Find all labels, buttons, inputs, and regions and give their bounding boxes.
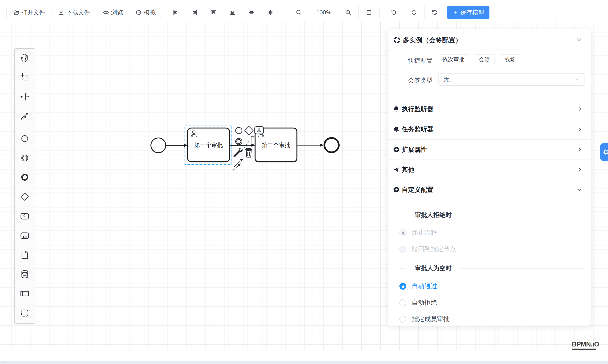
- save-model-label: 保存模型: [461, 8, 484, 16]
- toolbar-zoom-group: 100%: [288, 6, 380, 19]
- palette-end-event[interactable]: [19, 171, 31, 183]
- radio-auto-pass[interactable]: 自动通过: [399, 282, 437, 290]
- palette-global-connect-tool[interactable]: [19, 110, 31, 122]
- open-file-button[interactable]: 打开文件: [7, 6, 52, 19]
- sequence-flow-3[interactable]: [297, 144, 324, 147]
- radio-button[interactable]: [399, 299, 406, 306]
- radio-button[interactable]: [399, 316, 406, 323]
- toolbar-history-group: [383, 6, 445, 19]
- distribute-horizontal-button[interactable]: [242, 6, 261, 19]
- accordion-task-listener[interactable]: 任务监听器: [388, 119, 591, 139]
- chevron-right-icon: [577, 106, 582, 112]
- bpmn-io-watermark[interactable]: BPMN.iO: [572, 340, 599, 350]
- palette-lasso-tool[interactable]: [19, 71, 31, 83]
- panel-title: 多实例（会签配置）: [403, 36, 462, 45]
- palette-gateway[interactable]: [19, 191, 31, 203]
- task-2-label: 第二个审批: [262, 142, 290, 148]
- panel-header[interactable]: 多实例（会签配置）: [394, 34, 462, 46]
- align-left-button[interactable]: [166, 6, 185, 19]
- sequence-flow-1[interactable]: [166, 144, 188, 147]
- align-top-button[interactable]: [204, 6, 223, 19]
- palette-intermediate-event[interactable]: [19, 152, 31, 164]
- palette-start-event[interactable]: [19, 133, 31, 144]
- divider: [460, 215, 585, 215]
- simulate-button[interactable]: 模拟: [129, 6, 162, 19]
- zoom-out-icon: [296, 9, 302, 16]
- sign-type-select[interactable]: 无: [438, 73, 585, 86]
- radio-button[interactable]: [399, 246, 406, 253]
- append-user-task-icon[interactable]: [255, 127, 264, 134]
- fit-viewport-button[interactable]: [359, 6, 379, 19]
- distribute-vertical-button[interactable]: [261, 6, 280, 19]
- horizontal-scrollbar-track[interactable]: [0, 361, 608, 364]
- settings-tab[interactable]: [600, 143, 608, 161]
- quick-config-orsign-button[interactable]: 或签: [500, 54, 520, 64]
- palette-sub-process[interactable]: [19, 230, 31, 241]
- collapse-chevron-down-icon[interactable]: [576, 37, 582, 42]
- accordion-label: 执行监听器: [402, 105, 434, 114]
- accordion-other[interactable]: 其他: [388, 159, 591, 180]
- data-object-icon: [20, 250, 30, 260]
- start-event-node[interactable]: [151, 138, 166, 153]
- intermediate-event-icon: [20, 153, 30, 163]
- save-model-button[interactable]: ＋ 保存模型: [447, 6, 489, 19]
- palette-hand-tool[interactable]: [19, 52, 31, 64]
- accordion-label: 任务监听器: [402, 125, 434, 134]
- append-end-event-icon[interactable]: [236, 127, 242, 134]
- radio-return-to-node[interactable]: 驳回到指定节点: [399, 245, 456, 254]
- append-intermediate-event-icon[interactable]: [236, 138, 242, 145]
- undo-button[interactable]: [383, 6, 404, 19]
- toolbar-file-group: 打开文件 下载文件 浏览 模拟: [6, 6, 162, 19]
- distribute-horizontal-icon: [248, 9, 255, 16]
- palette-space-tool[interactable]: [19, 91, 31, 103]
- align-right-button[interactable]: [185, 6, 204, 19]
- append-gateway-icon[interactable]: [245, 126, 253, 135]
- browse-button[interactable]: 浏览: [96, 6, 129, 19]
- refresh-button[interactable]: [424, 6, 445, 19]
- chevron-down-icon: [577, 187, 582, 192]
- lasso-tool-icon: [20, 72, 30, 82]
- empty-section-header: 审批人为空时: [399, 265, 585, 272]
- task-node-1[interactable]: 第一个审批: [188, 128, 229, 162]
- radio-label: 驳回到指定节点: [412, 245, 456, 254]
- palette-data-store[interactable]: [19, 268, 31, 280]
- download-file-button[interactable]: 下载文件: [52, 6, 96, 19]
- redo-button[interactable]: [404, 6, 424, 19]
- radio-assign-member[interactable]: 指定成员审批: [399, 315, 450, 324]
- zoom-level: 100%: [310, 6, 338, 19]
- scrollbar-thumb[interactable]: [0, 361, 6, 363]
- zoom-in-button[interactable]: [338, 6, 359, 19]
- palette-separator: [17, 127, 33, 127]
- radio-button[interactable]: [399, 229, 406, 236]
- quick-config-sequential-button[interactable]: 依次审批: [438, 54, 469, 64]
- palette-user-task[interactable]: [19, 210, 31, 222]
- chip-icon: [135, 9, 142, 16]
- chevron-right-icon: [577, 127, 582, 132]
- divider: [460, 268, 585, 269]
- change-type-wrench-icon[interactable]: [234, 148, 243, 157]
- palette-group[interactable]: [19, 307, 31, 319]
- quick-config-countersign-button[interactable]: 会签: [474, 54, 495, 64]
- toolbar-align-group: [166, 6, 280, 19]
- chevron-right-icon: [577, 147, 582, 152]
- bell-icon: [393, 106, 399, 112]
- radio-auto-reject[interactable]: 自动拒绝: [399, 298, 437, 307]
- folder-open-icon: [13, 9, 19, 16]
- radio-terminate-process[interactable]: 终止流程: [399, 228, 437, 237]
- connect-tool-icon[interactable]: [233, 159, 243, 170]
- palette-data-object[interactable]: [19, 249, 31, 261]
- accordion-extended-properties[interactable]: 扩展属性: [388, 139, 591, 160]
- radio-label: 终止流程: [412, 228, 437, 237]
- end-event-node[interactable]: [324, 138, 339, 152]
- align-left-icon: [172, 9, 179, 16]
- zoom-out-button[interactable]: [288, 6, 310, 19]
- delete-trash-icon[interactable]: [245, 148, 252, 157]
- accordion-custom-config[interactable]: 自定义配置: [388, 180, 591, 200]
- end-event-icon: [20, 172, 30, 182]
- download-file-label: 下载文件: [66, 8, 90, 16]
- hand-tool-icon: [20, 53, 30, 63]
- palette-participant-pool[interactable]: [19, 288, 31, 299]
- radio-button[interactable]: [399, 283, 406, 290]
- accordion-execution-listener[interactable]: 执行监听器: [388, 99, 591, 119]
- align-bottom-button[interactable]: [223, 6, 242, 19]
